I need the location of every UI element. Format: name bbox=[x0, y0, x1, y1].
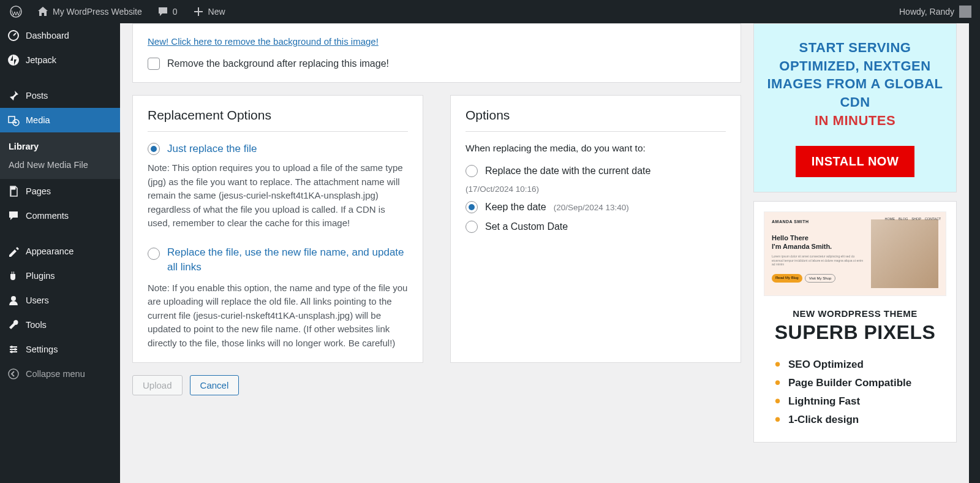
comment-icon bbox=[157, 6, 169, 18]
plugins-icon bbox=[7, 270, 20, 282]
submenu-add-new[interactable]: Add New Media File bbox=[0, 156, 120, 174]
promo-theme: AMANDA SMITH Hello ThereI'm Amanda Smith… bbox=[753, 201, 957, 443]
collapse-icon bbox=[7, 368, 20, 380]
tools-icon bbox=[7, 319, 20, 331]
svg-point-2 bbox=[8, 55, 19, 66]
comments-icon bbox=[7, 210, 20, 222]
options-card: Options When replacing the media, do you… bbox=[450, 95, 741, 363]
replace-note-2: Note: If you enable this option, the nam… bbox=[148, 281, 408, 351]
sidebar-item-plugins[interactable]: Plugins bbox=[0, 264, 120, 288]
date-radio-custom-label[interactable]: Set a Custom Date bbox=[485, 221, 568, 232]
comments-link[interactable]: 0 bbox=[152, 0, 183, 23]
replace-radio-1-label[interactable]: Just replace the file bbox=[167, 143, 257, 155]
sidebar-item-dashboard[interactable]: Dashboard bbox=[0, 23, 120, 48]
feature-item: Page Builder Compatible bbox=[777, 377, 946, 389]
sidebar-item-posts[interactable]: Posts bbox=[0, 83, 120, 108]
pin-icon bbox=[7, 89, 20, 102]
remove-bg-card: New! Click here to remove the background… bbox=[132, 23, 741, 83]
site-link[interactable]: My WordPress Website bbox=[32, 0, 147, 23]
media-submenu: Library Add New Media File bbox=[0, 132, 120, 179]
date-radio-replace[interactable] bbox=[466, 165, 478, 177]
plus-icon bbox=[192, 6, 205, 18]
feature-item: SEO Optimized bbox=[777, 359, 946, 371]
promo-theme-features: SEO Optimized Page Builder Compatible Li… bbox=[777, 359, 946, 426]
replacement-options-card: Replacement Options Just replace the fil… bbox=[132, 95, 423, 363]
svg-point-7 bbox=[10, 351, 13, 353]
new-link[interactable]: New bbox=[187, 0, 230, 23]
svg-point-6 bbox=[14, 348, 17, 351]
admin-toolbar: My WordPress Website 0 New Howdy, Randy bbox=[0, 0, 980, 23]
date-radio-keep[interactable] bbox=[466, 201, 478, 213]
promo-theme-tag: NEW WORDPRESS THEME bbox=[764, 308, 946, 319]
settings-icon bbox=[7, 343, 20, 356]
sidebar-item-users[interactable]: Users bbox=[0, 288, 120, 313]
howdy-text[interactable]: Howdy, Randy bbox=[899, 7, 954, 17]
svg-point-8 bbox=[9, 369, 18, 379]
svg-point-5 bbox=[10, 346, 13, 348]
install-now-button[interactable]: INSTALL NOW bbox=[796, 146, 915, 177]
site-name: My WordPress Website bbox=[53, 7, 142, 17]
new-label: New bbox=[208, 7, 225, 17]
date-radio-replace-label[interactable]: Replace the date with the current date bbox=[485, 165, 650, 177]
upload-button[interactable]: Upload bbox=[132, 375, 183, 395]
media-icon bbox=[7, 114, 20, 126]
users-icon bbox=[7, 294, 20, 306]
replace-note-1: Note: This option requires you to upload… bbox=[148, 161, 408, 230]
theme-preview: AMANDA SMITH Hello ThereI'm Amanda Smith… bbox=[764, 211, 946, 296]
feature-item: Lightning Fast bbox=[777, 395, 946, 408]
cancel-button[interactable]: Cancel bbox=[190, 375, 239, 395]
jetpack-icon bbox=[7, 54, 20, 66]
appearance-icon bbox=[7, 245, 20, 257]
date-radio-replace-meta: (17/Oct/2024 10:16) bbox=[466, 184, 539, 194]
replace-radio-1[interactable] bbox=[148, 143, 160, 155]
collapse-menu[interactable]: Collapse menu bbox=[0, 362, 120, 386]
promo-cdn-line1: START SERVING OPTIMIZED, NEXTGEN IMAGES … bbox=[764, 39, 946, 112]
wp-logo[interactable] bbox=[5, 0, 27, 23]
remove-bg-link[interactable]: New! Click here to remove the background… bbox=[148, 36, 379, 47]
sidebar-item-tools[interactable]: Tools bbox=[0, 313, 120, 337]
pages-icon bbox=[7, 185, 20, 197]
promo-cdn: START SERVING OPTIMIZED, NEXTGEN IMAGES … bbox=[753, 23, 957, 192]
browser-scrollbar[interactable] bbox=[969, 0, 980, 483]
remove-bg-checkbox[interactable] bbox=[148, 58, 160, 70]
options-heading: Options bbox=[466, 108, 726, 123]
date-radio-custom[interactable] bbox=[466, 221, 478, 233]
date-radio-keep-meta: (20/Sep/2024 13:40) bbox=[554, 203, 629, 212]
sidebar-item-appearance[interactable]: Appearance bbox=[0, 239, 120, 264]
replacement-heading: Replacement Options bbox=[148, 108, 408, 123]
avatar[interactable] bbox=[959, 6, 971, 18]
promo-theme-name: SUPERB PIXELS bbox=[764, 321, 946, 344]
options-question: When replacing the media, do you want to… bbox=[466, 143, 726, 154]
admin-sidebar: Dashboard Jetpack Posts Media Library Ad… bbox=[0, 23, 120, 483]
dashboard-icon bbox=[7, 29, 20, 42]
feature-item: 1-Click design bbox=[777, 414, 946, 426]
replace-radio-2[interactable] bbox=[148, 248, 160, 260]
date-radio-keep-label[interactable]: Keep the date bbox=[485, 202, 546, 213]
sidebar-item-comments[interactable]: Comments bbox=[0, 203, 120, 228]
home-icon bbox=[37, 6, 49, 18]
sidebar-item-jetpack[interactable]: Jetpack bbox=[0, 48, 120, 72]
sidebar-item-pages[interactable]: Pages bbox=[0, 179, 120, 203]
submenu-library[interactable]: Library bbox=[0, 137, 120, 156]
replace-radio-2-label[interactable]: Replace the file, use the new file name,… bbox=[167, 245, 408, 275]
comments-count: 0 bbox=[173, 7, 178, 17]
main-content: New! Click here to remove the background… bbox=[120, 23, 969, 483]
svg-point-4 bbox=[11, 296, 16, 301]
promo-cdn-line2: IN MINUTES bbox=[764, 113, 946, 129]
sidebar-item-media[interactable]: Media bbox=[0, 108, 120, 132]
sidebar-item-settings[interactable]: Settings bbox=[0, 337, 120, 362]
remove-bg-checkbox-label: Remove the background after replacing th… bbox=[167, 58, 389, 69]
